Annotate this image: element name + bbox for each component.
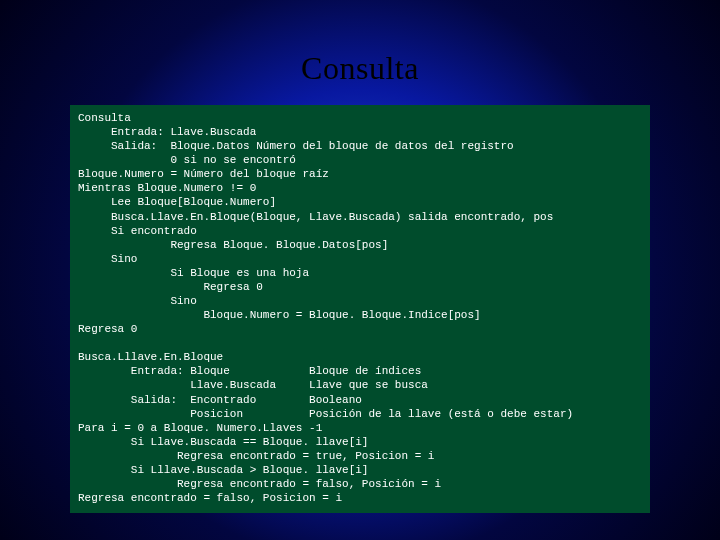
code-block: Consulta Entrada: Llave.Buscada Salida: … xyxy=(70,105,650,513)
slide-title: Consulta xyxy=(0,0,720,105)
